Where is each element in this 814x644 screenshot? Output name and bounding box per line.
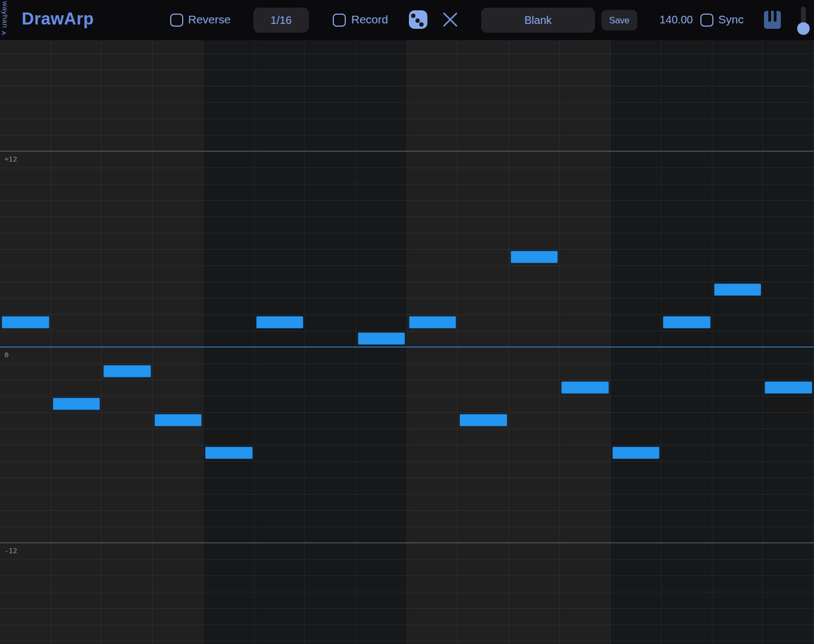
row-label: -12 bbox=[4, 547, 17, 555]
note-bar-step-1[interactable] bbox=[2, 316, 49, 329]
dice-icon[interactable] bbox=[409, 10, 427, 29]
piano-icon[interactable] bbox=[764, 11, 781, 29]
save-label: Save bbox=[609, 15, 630, 26]
volume-slider-knob[interactable] bbox=[797, 22, 810, 35]
rate-value: 1/16 bbox=[271, 14, 292, 27]
reverse-checkbox[interactable] bbox=[170, 14, 183, 27]
record-label: Record bbox=[351, 13, 388, 26]
octave-line bbox=[0, 542, 814, 543]
note-bar-step-15[interactable] bbox=[714, 283, 762, 296]
note-bar-step-16[interactable] bbox=[765, 381, 812, 394]
note-bar-step-6[interactable] bbox=[256, 316, 304, 329]
row-label: 0 bbox=[4, 351, 9, 359]
note-bar-step-8[interactable] bbox=[358, 332, 406, 345]
note-bar-step-3[interactable] bbox=[103, 365, 151, 377]
sync-label: Sync bbox=[718, 13, 744, 26]
note-bar-step-12[interactable] bbox=[561, 381, 609, 394]
app-title: DrawArp bbox=[22, 9, 94, 29]
volume-slider[interactable] bbox=[797, 5, 810, 36]
save-button[interactable]: Save bbox=[601, 10, 637, 30]
octave-line bbox=[0, 151, 814, 152]
toolbar: wayhan > DrawArp Reverse 1/16 Record Bla… bbox=[0, 0, 814, 40]
vendor-vertical-label: wayhan bbox=[1, 1, 9, 33]
vendor-caret: > bbox=[2, 29, 6, 37]
step-grid[interactable]: +120-12 bbox=[0, 40, 814, 644]
zero-line bbox=[0, 346, 814, 348]
note-bar-step-10[interactable] bbox=[459, 414, 507, 426]
note-bar-step-11[interactable] bbox=[511, 251, 558, 263]
note-bar-step-5[interactable] bbox=[205, 447, 253, 459]
note-bar-step-13[interactable] bbox=[612, 447, 660, 459]
record-checkbox[interactable] bbox=[333, 14, 346, 27]
row-label: +12 bbox=[4, 155, 17, 163]
note-bar-step-4[interactable] bbox=[154, 414, 202, 426]
reverse-label: Reverse bbox=[188, 13, 231, 26]
preset-value: Blank bbox=[524, 14, 551, 27]
note-bar-step-2[interactable] bbox=[53, 398, 101, 410]
sync-checkbox[interactable] bbox=[700, 14, 713, 27]
note-bar-step-9[interactable] bbox=[409, 316, 457, 329]
rate-button[interactable]: 1/16 bbox=[253, 8, 309, 33]
preset-selector[interactable]: Blank bbox=[481, 8, 595, 33]
note-bar-step-14[interactable] bbox=[663, 316, 711, 329]
x-icon[interactable] bbox=[442, 11, 458, 28]
bpm-value[interactable]: 140.00 bbox=[660, 14, 693, 26]
